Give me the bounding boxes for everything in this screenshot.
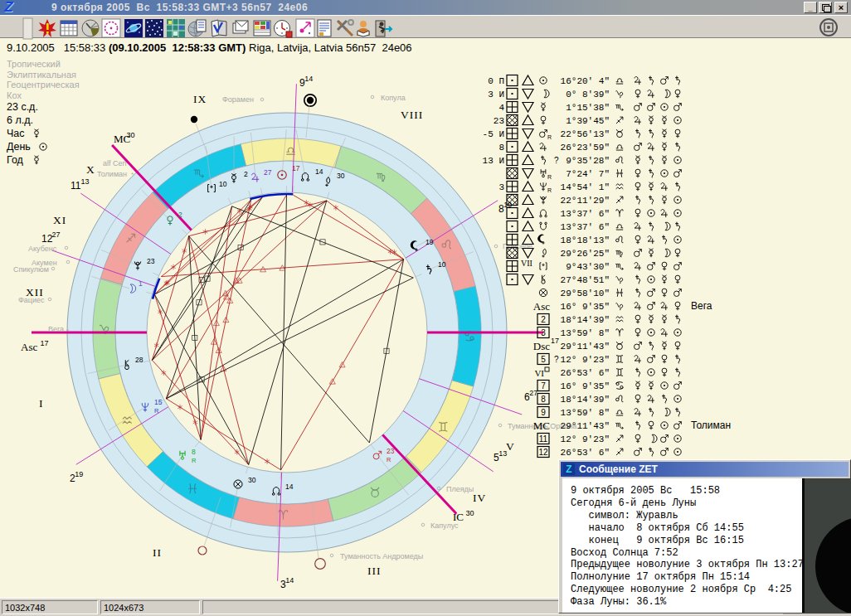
svg-text:Год: Год xyxy=(7,154,24,166)
svg-text:VII: VII xyxy=(521,259,532,268)
svg-text:?: ? xyxy=(554,355,559,364)
svg-text:30: 30 xyxy=(466,509,474,517)
svg-text:8: 8 xyxy=(192,448,196,456)
svg-text:*: * xyxy=(131,171,134,178)
svg-text:Кох: Кох xyxy=(7,90,22,100)
svg-text:1°15'38": 1°15'38" xyxy=(566,103,610,113)
svg-text:MC: MC xyxy=(533,420,550,432)
svg-text:17: 17 xyxy=(40,339,48,347)
svg-text:Час: Час xyxy=(7,128,25,139)
svg-text:30: 30 xyxy=(248,476,256,484)
svg-text:R: R xyxy=(547,174,552,180)
svg-text:?: ? xyxy=(554,156,559,165)
svg-text:8: 8 xyxy=(498,143,504,153)
svg-text:7: 7 xyxy=(541,381,546,390)
svg-text:12: 12 xyxy=(538,448,548,457)
svg-text:9°35'28": 9°35'28" xyxy=(566,156,610,166)
svg-text:R: R xyxy=(547,134,552,140)
svg-text:13 И: 13 И xyxy=(483,156,504,166)
svg-text:*: * xyxy=(66,327,69,335)
svg-text:27: 27 xyxy=(264,168,272,177)
svg-text:0 П: 0 П xyxy=(488,76,504,86)
svg-text:12° 9'23": 12° 9'23" xyxy=(561,355,610,365)
svg-text:28: 28 xyxy=(135,356,143,364)
svg-text:30: 30 xyxy=(127,131,135,139)
svg-text:23: 23 xyxy=(387,447,395,455)
svg-text:26°23'59": 26°23'59" xyxy=(561,143,610,153)
svg-text:R: R xyxy=(192,457,197,464)
svg-text:Копула: Копула xyxy=(381,94,406,102)
svg-text:Спикулюм: Спикулюм xyxy=(13,265,49,274)
svg-text:13°37' 6": 13°37' 6" xyxy=(561,209,610,219)
svg-text:0° 8'39": 0° 8'39" xyxy=(566,90,610,99)
svg-text:23 с.д.: 23 с.д. xyxy=(7,101,38,113)
svg-text:3: 3 xyxy=(541,328,546,337)
svg-text:27: 27 xyxy=(51,230,60,239)
svg-text:Тропический: Тропический xyxy=(7,59,61,69)
svg-text:IX: IX xyxy=(193,93,207,105)
svg-text:X: X xyxy=(86,163,95,176)
svg-text:18°18'13": 18°18'13" xyxy=(561,235,610,245)
svg-text:Dsc: Dsc xyxy=(533,340,550,352)
svg-text:V: V xyxy=(506,440,515,453)
svg-text:1°39'45": 1°39'45" xyxy=(566,116,610,126)
svg-text:Геоцентрическая: Геоцентрическая xyxy=(7,80,80,90)
svg-text:19: 19 xyxy=(75,470,83,478)
svg-text:День: День xyxy=(7,141,31,153)
svg-text:III: III xyxy=(367,565,382,577)
svg-text:11: 11 xyxy=(71,180,81,192)
svg-text:Asc: Asc xyxy=(21,341,37,353)
svg-text:XI: XI xyxy=(53,214,66,226)
svg-text:13: 13 xyxy=(80,177,89,186)
svg-text:29°11'43": 29°11'43" xyxy=(561,342,610,352)
svg-text:Вега: Вега xyxy=(691,300,712,312)
svg-text:Форамен: Форамен xyxy=(222,95,254,104)
svg-text:R: R xyxy=(154,407,159,415)
svg-text:Туманность Андромеды: Туманность Андромеды xyxy=(340,552,423,560)
svg-text:R: R xyxy=(547,187,552,193)
svg-text:17: 17 xyxy=(551,337,559,345)
svg-text:29°58'10": 29°58'10" xyxy=(561,289,610,298)
svg-text:14°54' 1": 14°54' 1" xyxy=(561,182,610,192)
svg-text:9: 9 xyxy=(541,408,546,417)
svg-text:29°26'25": 29°26'25" xyxy=(561,249,610,259)
svg-text:11: 11 xyxy=(539,434,548,444)
svg-text:27°48'51": 27°48'51" xyxy=(561,275,610,285)
svg-text:Фациес: Фациес xyxy=(18,296,45,304)
svg-text:15: 15 xyxy=(154,398,163,406)
svg-text:14: 14 xyxy=(315,167,323,176)
svg-text:14: 14 xyxy=(304,75,313,83)
svg-text:27: 27 xyxy=(529,389,537,397)
svg-text:23: 23 xyxy=(494,116,504,126)
svg-text:4: 4 xyxy=(498,103,504,113)
svg-text:2: 2 xyxy=(178,211,182,219)
svg-text:II: II xyxy=(153,546,162,559)
svg-text:I: I xyxy=(39,397,44,410)
svg-text:Эклиптикальная: Эклиптикальная xyxy=(7,70,76,80)
svg-text:7°24' 7": 7°24' 7" xyxy=(566,169,610,179)
svg-text:1: 1 xyxy=(139,279,143,288)
svg-text:-5 И: -5 И xyxy=(483,129,504,139)
svg-text:R: R xyxy=(387,456,391,463)
svg-text:18°14'39": 18°14'39" xyxy=(561,395,610,405)
svg-text:17: 17 xyxy=(292,164,300,172)
svg-text:13°37' 6": 13°37' 6" xyxy=(561,222,610,232)
svg-text:Толиман: Толиман xyxy=(97,170,127,178)
svg-text:VIII: VIII xyxy=(401,109,423,121)
svg-text:13°59' 8": 13°59' 8" xyxy=(561,328,610,338)
svg-text:Вега: Вега xyxy=(48,325,64,333)
svg-text:Asc: Asc xyxy=(533,300,550,313)
svg-text:10: 10 xyxy=(438,260,446,269)
svg-text:Акубенс: Акубенс xyxy=(28,245,57,253)
svg-text:3: 3 xyxy=(498,182,504,192)
svg-text:IV: IV xyxy=(473,492,486,504)
svg-text:23: 23 xyxy=(147,257,155,265)
svg-text:30: 30 xyxy=(337,172,345,180)
svg-text:16° 9'35": 16° 9'35" xyxy=(561,302,610,312)
svg-text:Толиман: Толиман xyxy=(691,420,731,431)
svg-text:16°20' 4": 16°20' 4" xyxy=(561,76,610,86)
svg-text:VI: VI xyxy=(534,368,544,378)
svg-text:8: 8 xyxy=(541,395,546,404)
svg-text:22°56'13": 22°56'13" xyxy=(561,129,610,139)
svg-text:2: 2 xyxy=(244,170,248,178)
